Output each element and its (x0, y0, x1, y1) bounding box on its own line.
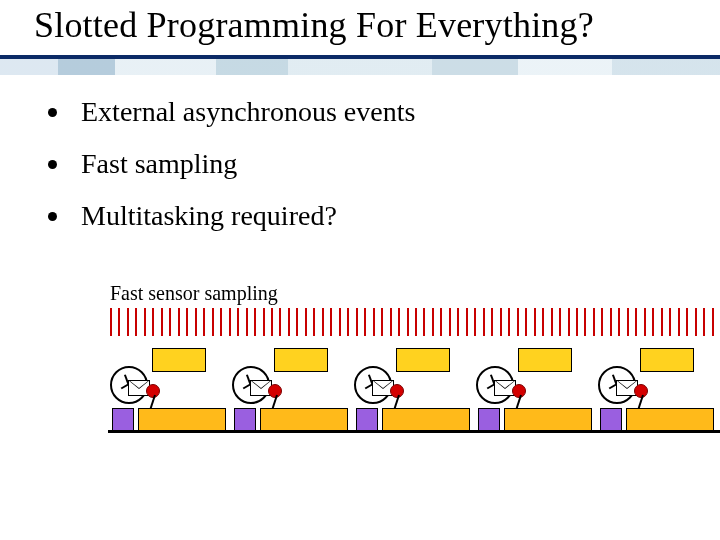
sampling-ticks (110, 308, 720, 338)
message-marker (372, 366, 394, 398)
tick-icon (669, 308, 671, 336)
tick-icon (440, 308, 442, 336)
tick-icon (288, 308, 290, 336)
task-block-purple (356, 408, 378, 432)
tick-icon (135, 308, 137, 336)
tick-icon (254, 308, 256, 336)
bullet-text: External asynchronous events (81, 96, 415, 128)
slide: Slotted Programming For Everything? Exte… (0, 0, 720, 540)
tick-icon (483, 308, 485, 336)
tick-icon (203, 308, 205, 336)
tick-icon (517, 308, 519, 336)
decor-strip (0, 59, 720, 75)
tick-icon (601, 308, 603, 336)
tick-icon (237, 308, 239, 336)
tick-icon (432, 308, 434, 336)
tick-icon (305, 308, 307, 336)
tick-icon (279, 308, 281, 336)
tick-icon (703, 308, 705, 336)
task-block-bottom (260, 408, 348, 432)
time-axis (108, 430, 720, 433)
tick-icon (339, 308, 341, 336)
pin-icon (512, 384, 526, 398)
tick-icon (144, 308, 146, 336)
tick-icon (330, 308, 332, 336)
tick-icon (364, 308, 366, 336)
bullet-text: Fast sampling (81, 148, 237, 180)
time-slot (476, 338, 596, 430)
bullet-icon (48, 212, 57, 221)
tick-icon (390, 308, 392, 336)
pin-icon (146, 384, 160, 398)
task-block-top (396, 348, 450, 372)
task-block-purple (112, 408, 134, 432)
tick-icon (568, 308, 570, 336)
list-item: Fast sampling (48, 148, 415, 180)
tick-icon (618, 308, 620, 336)
tick-icon (373, 308, 375, 336)
message-marker (128, 366, 150, 398)
task-block-top (640, 348, 694, 372)
diagram-caption: Fast sensor sampling (110, 282, 278, 305)
tick-icon (296, 308, 298, 336)
tick-icon (313, 308, 315, 336)
tick-icon (415, 308, 417, 336)
task-block-bottom (626, 408, 714, 432)
task-block-top (274, 348, 328, 372)
list-item: Multitasking required? (48, 200, 415, 232)
tick-icon (398, 308, 400, 336)
task-block-top (152, 348, 206, 372)
pin-icon (634, 384, 648, 398)
task-block-purple (234, 408, 256, 432)
tick-icon (474, 308, 476, 336)
tick-icon (118, 308, 120, 336)
tick-icon (627, 308, 629, 336)
tick-icon (534, 308, 536, 336)
task-block-bottom (382, 408, 470, 432)
message-marker (494, 366, 516, 398)
tick-icon (678, 308, 680, 336)
timeline-diagram: t (80, 308, 700, 438)
time-slot (598, 338, 718, 430)
tick-icon (347, 308, 349, 336)
tick-icon (356, 308, 358, 336)
pin-icon (390, 384, 404, 398)
tick-icon (644, 308, 646, 336)
tick-icon (593, 308, 595, 336)
tick-icon (152, 308, 154, 336)
time-slot (110, 338, 230, 430)
bullet-list: External asynchronous events Fast sampli… (48, 96, 415, 252)
tick-icon (652, 308, 654, 336)
tick-icon (712, 308, 714, 336)
pin-icon (268, 384, 282, 398)
tick-icon (110, 308, 112, 336)
tick-icon (610, 308, 612, 336)
tick-icon (423, 308, 425, 336)
bullet-icon (48, 160, 57, 169)
tick-icon (635, 308, 637, 336)
list-item: External asynchronous events (48, 96, 415, 128)
tick-icon (508, 308, 510, 336)
tick-icon (178, 308, 180, 336)
tick-icon (212, 308, 214, 336)
tick-icon (169, 308, 171, 336)
tick-icon (322, 308, 324, 336)
task-block-purple (600, 408, 622, 432)
time-slot (354, 338, 474, 430)
tick-icon (161, 308, 163, 336)
tick-icon (271, 308, 273, 336)
tick-icon (466, 308, 468, 336)
tick-icon (407, 308, 409, 336)
task-block-bottom (504, 408, 592, 432)
tick-icon (695, 308, 697, 336)
task-block-purple (478, 408, 500, 432)
tick-icon (229, 308, 231, 336)
tick-icon (220, 308, 222, 336)
tick-icon (542, 308, 544, 336)
tick-icon (246, 308, 248, 336)
bullet-icon (48, 108, 57, 117)
tick-icon (576, 308, 578, 336)
tick-icon (525, 308, 527, 336)
tick-icon (584, 308, 586, 336)
message-marker (616, 366, 638, 398)
